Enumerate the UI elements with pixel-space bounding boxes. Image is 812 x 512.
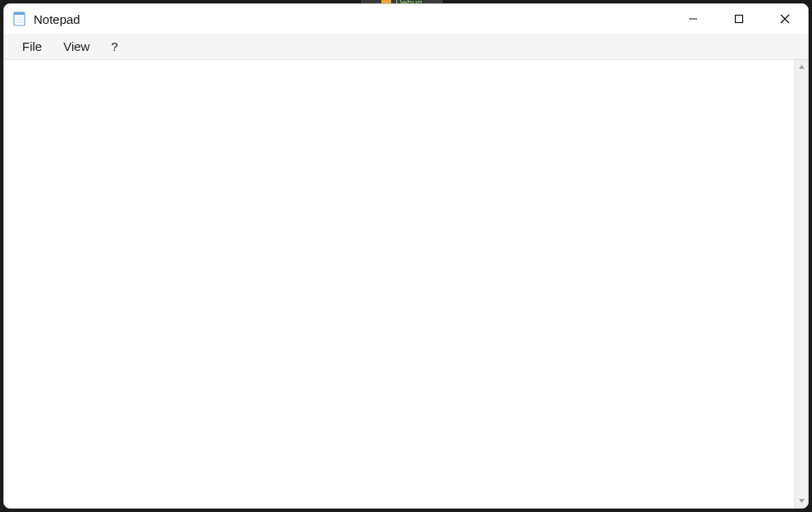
menu-view[interactable]: View xyxy=(53,36,99,57)
close-button[interactable] xyxy=(762,4,808,34)
menu-help[interactable]: ? xyxy=(101,36,127,57)
menu-bar: File View ? xyxy=(4,34,808,60)
svg-rect-1 xyxy=(14,12,25,15)
title-bar[interactable]: Notepad xyxy=(4,4,808,34)
scroll-down-arrow-icon[interactable] xyxy=(795,494,809,508)
svg-rect-6 xyxy=(736,16,743,23)
minimize-button[interactable] xyxy=(670,4,716,34)
text-editor[interactable] xyxy=(4,60,794,508)
content-area xyxy=(4,60,808,508)
vertical-scrollbar[interactable] xyxy=(794,60,808,508)
maximize-button[interactable] xyxy=(716,4,762,34)
window-controls xyxy=(670,4,808,34)
title-left: Notepad xyxy=(12,11,80,26)
notepad-window: Notepad File View ? xyxy=(3,3,809,509)
app-title: Notepad xyxy=(34,12,80,26)
menu-file[interactable]: File xyxy=(12,36,52,57)
notepad-icon xyxy=(12,11,27,26)
scroll-up-arrow-icon[interactable] xyxy=(795,60,809,74)
